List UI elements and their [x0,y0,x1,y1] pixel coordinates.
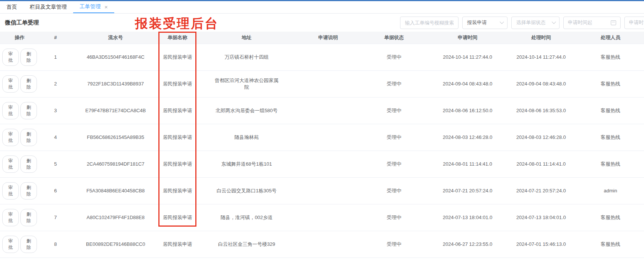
row-serial: 2CA4607598194DF181C7 [72,151,159,177]
doc-type-select[interactable]: 报装申请 [462,17,508,29]
row-handler: 客服热线 [577,204,644,231]
col-header-doc-name: 单据名称 [159,32,195,44]
row-apply-time: 2024-06-27 12:23:55.0 [430,231,505,257]
approve-button[interactable]: 审批 [2,209,19,226]
row-apply-time: 2024-07-21 20:57:24.0 [430,178,505,204]
row-status: 受理中 [358,44,430,70]
row-apply-desc [298,98,358,124]
tab-article-management[interactable]: 栏目及文章管理 [23,1,73,13]
tab-home-label: 首页 [6,4,17,11]
delete-button[interactable]: 删除 [20,209,37,226]
annotation-text: 报装受理后台 [135,15,219,32]
col-header-status: 单据状态 [358,32,430,44]
row-address: 北郊两水沟居委会一组580号 [195,98,298,124]
col-header-apply-desc: 申请说明 [298,32,358,44]
row-apply-desc [298,151,358,177]
row-serial: A80C102479FF4F1D88E8 [72,204,159,231]
tab-home[interactable]: 首页 [0,1,23,13]
delete-button[interactable]: 删除 [20,75,37,93]
doc-status-select-placeholder: 选择单据状态 [516,19,546,26]
delete-button[interactable]: 删除 [20,129,37,146]
row-process-time: 2024-07-01 15:46:13.0 [505,231,577,257]
row-status: 受理中 [358,71,430,97]
row-index: 4 [39,124,72,151]
row-doc-name: 居民报装申请 [159,44,195,70]
row-handler: 客服热线 [577,151,644,177]
row-doc-name: 居民报装申请 [159,124,195,151]
row-index: 7 [39,204,72,231]
table-row: 审批 删除 5 2CA4607598194DF181C7 居民报装申请 东城舞井… [0,151,644,178]
row-actions: 审批 删除 [0,231,39,257]
row-handler: 客服热线 [577,44,644,70]
row-address: 东城舞井道68号1栋101 [195,151,298,177]
row-process-time: 2024-09-04 08:43:48.0 [505,71,577,97]
close-icon[interactable]: × [104,4,108,10]
row-process-time: 2024-10-14 11:27:44.0 [505,44,577,70]
row-apply-time: 2024-08-03 12:46:28.0 [430,124,505,151]
row-status: 受理中 [358,204,430,231]
row-actions: 审批 删除 [0,204,39,231]
table-body: 审批 删除 1 46BA3D51504F46168F4C 居民报装申请 万店镇石… [0,44,644,259]
approve-button[interactable]: 审批 [2,102,19,119]
row-serial: 7922F18C3D11439B8937 [72,71,159,97]
approve-button[interactable]: 审批 [2,182,19,200]
apply-date-end-placeholder: 申请时 [629,19,644,26]
row-status: 受理中 [358,98,430,124]
row-actions: 审批 删除 [0,178,39,204]
row-doc-name: 居民报装申请 [159,151,195,177]
row-actions: 审批 删除 [0,124,39,151]
col-header-apply-time: 申请时间 [430,32,505,44]
apply-date-start-input[interactable]: 申请时间起 [563,17,621,29]
row-process-time: 2024-08-01 11:14:41.0 [505,151,577,177]
delete-button[interactable]: 删除 [20,49,37,66]
row-handler: 客服热线 [577,231,644,257]
chevron-down-icon [500,20,504,24]
row-apply-desc [298,178,358,204]
approve-button[interactable]: 审批 [2,75,19,93]
approve-button[interactable]: 审批 [2,129,19,146]
doc-status-select[interactable]: 选择单据状态 [511,17,560,29]
approve-button[interactable]: 审批 [2,49,19,66]
row-apply-time: 2024-08-01 11:14:41.0 [430,151,505,177]
approve-button[interactable]: 审批 [2,236,19,253]
table-header-row: 操作 # 流水号 单据名称 地址 申请说明 单据状态 申请时间 处理时间 处理人… [0,32,644,44]
row-status: 受理中 [358,124,430,151]
row-address: 万店镇石桥村十四组 [195,44,298,70]
col-header-serial: 流水号 [72,32,159,44]
row-serial: E79F47BB71E74DCA8C4B [72,98,159,124]
filter-bar: 报装申请 选择单据状态 申请时间起 申请时 [400,17,639,29]
row-process-time: 2024-08-06 16:35:53.0 [505,98,577,124]
row-status: 受理中 [358,151,430,177]
approve-button[interactable]: 审批 [2,155,19,173]
delete-button[interactable]: 删除 [20,102,37,119]
delete-button[interactable]: 删除 [20,182,37,200]
col-header-process-time: 处理时间 [505,32,577,44]
row-status: 受理中 [358,231,430,257]
row-address: 随县瀚林苑 [195,124,298,151]
row-doc-name: 居民报装申请 [159,178,195,204]
order-number-search-input[interactable] [400,17,458,29]
row-index: 8 [39,231,72,257]
page-header: 微信工单受理 报装申请 选择单据状态 申请时间起 申请时 [0,14,644,32]
row-address: 随县，淮河镇，002乡道 [195,204,298,231]
row-apply-desc [298,44,358,70]
apply-date-end-input[interactable]: 申请时 [624,17,644,29]
chevron-down-icon [552,20,556,24]
tab-work-order-management[interactable]: 工单管理 × [73,1,114,13]
row-process-time: 2024-08-03 12:46:28.0 [505,124,577,151]
row-apply-desc [298,231,358,257]
work-order-table: 操作 # 流水号 单据名称 地址 申请说明 单据状态 申请时间 处理时间 处理人… [0,32,644,259]
row-serial: F5A30848B6EE40458CB8 [72,178,159,204]
table-row: 审批 删除 8 BE00892DE79146B88CC0 居民报装申请 白云社区… [0,231,644,258]
row-doc-name: 居民报装申请 [159,98,195,124]
table-row: 审批 删除 7 A80C102479FF4F1D88E8 居民报装申请 随县，淮… [0,204,644,231]
tab-work-order-label: 工单管理 [80,3,101,10]
row-apply-time: 2024-08-06 16:12:50.0 [430,98,505,124]
delete-button[interactable]: 删除 [20,236,37,253]
row-process-time: 2024-07-21 20:57:24.0 [505,178,577,204]
calendar-icon [611,20,616,25]
row-doc-name: 居民报装申请 [159,71,195,97]
row-handler: 客服热线 [577,71,644,97]
row-address: 白云公园交叉路口1栋305号 [195,178,298,204]
delete-button[interactable]: 删除 [20,155,37,173]
